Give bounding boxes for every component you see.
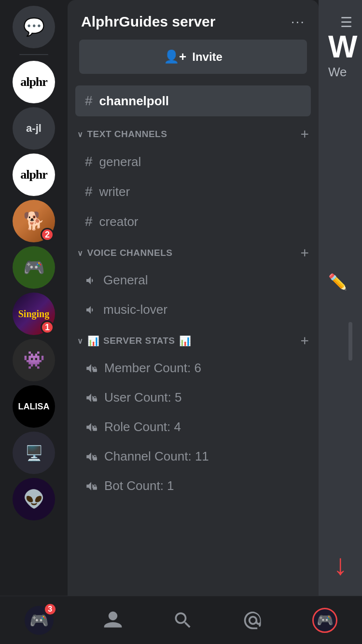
category-server-stats[interactable]: ∨ 📊 SERVER STATS 📊 + <box>68 325 319 353</box>
badge-singing: 1 <box>41 321 54 334</box>
category-text-label: ∨ TEXT CHANNELS <box>77 129 167 140</box>
speaker-icon-general <box>85 275 97 286</box>
hash-icon-writer: # <box>85 184 93 199</box>
channel-name-member-count: Member Count: 6 <box>104 361 201 376</box>
right-panel-text: We <box>328 65 357 80</box>
server-icon-dm[interactable]: 💬 <box>13 6 55 48</box>
voice-lock-icon-bot <box>85 480 97 492</box>
nav-item-home[interactable]: 🎮 3 <box>25 606 54 635</box>
channel-item-channel-count[interactable]: Channel Count: 11 <box>75 442 311 471</box>
channel-name-general: general <box>99 154 141 169</box>
server-icon-pixel[interactable]: 👾 <box>13 339 55 381</box>
server-icon-monitor[interactable]: 🖥️ <box>13 432 55 474</box>
svg-rect-0 <box>93 369 97 372</box>
channel-name-creator: creator <box>99 214 139 229</box>
server-separator <box>19 54 48 55</box>
invite-button[interactable]: 👤+ Invite <box>79 40 307 74</box>
svg-rect-1 <box>93 398 97 402</box>
voice-lock-icon-user <box>85 392 97 404</box>
chevron-down-icon: ∨ <box>77 130 84 139</box>
edit-icon[interactable]: ✏️ <box>328 273 357 291</box>
channel-name-channel-count: Channel Count: 11 <box>104 449 209 464</box>
hash-icon-active: # <box>85 93 93 109</box>
server-icon-mc[interactable]: 🎮 <box>13 246 55 289</box>
hamburger-icon[interactable]: ☰ <box>340 14 352 30</box>
server-list: 💬 alphr a-jl alphr 🐕 2 🎮 Singing 1 👾 LAL… <box>0 0 68 644</box>
server-icon-shiba[interactable]: 🐕 2 <box>13 200 55 242</box>
category-voice-channels[interactable]: ∨ VOICE CHANNELS + <box>68 237 319 265</box>
active-channel-channelpoll[interactable]: # channelpoll <box>75 85 311 116</box>
stats-emoji-left: 📊 <box>87 335 100 347</box>
invite-icon: 👤+ <box>164 49 186 64</box>
svg-rect-4 <box>93 487 97 490</box>
voice-lock-icon-member <box>85 362 97 375</box>
channel-panel: AlphrGuides server ··· 👤+ Invite # chann… <box>68 0 319 644</box>
hash-icon-general: # <box>85 154 93 169</box>
more-options-button[interactable]: ··· <box>291 14 305 29</box>
category-stats-label: ∨ 📊 SERVER STATS 📊 <box>77 335 191 347</box>
channel-item-member-count[interactable]: Member Count: 6 <box>75 354 311 382</box>
scroll-indicator <box>348 322 352 361</box>
add-stats-channel-button[interactable]: + <box>300 333 309 349</box>
chevron-down-icon-stats: ∨ <box>77 336 84 346</box>
stats-emoji-right: 📊 <box>179 335 192 347</box>
nav-item-search[interactable] <box>172 610 194 631</box>
speaker-icon-music-lover <box>85 304 97 316</box>
nav-item-profile[interactable]: 🎮 <box>312 608 337 633</box>
svg-rect-2 <box>93 428 97 431</box>
bottom-nav: 🎮 3 🎮 <box>0 596 362 644</box>
category-voice-label: ∨ VOICE CHANNELS <box>77 248 172 258</box>
category-text-channels[interactable]: ∨ TEXT CHANNELS + <box>68 118 319 146</box>
voice-lock-icon-role <box>85 421 97 434</box>
channel-name-bot-count: Bot Count: 1 <box>104 478 174 493</box>
right-panel-initial: W <box>328 29 357 65</box>
hash-icon-creator: # <box>85 214 93 229</box>
nav-badge-home: 3 <box>44 603 56 616</box>
active-channel-name: channelpoll <box>99 94 169 109</box>
svg-rect-3 <box>93 457 97 461</box>
channel-item-writer[interactable]: # writer <box>75 177 311 206</box>
channel-list: ∨ TEXT CHANNELS + # general # writer # c… <box>68 118 319 644</box>
channel-item-voice-music-lover[interactable]: music-lover <box>75 295 311 324</box>
channel-header: AlphrGuides server ··· <box>68 0 319 40</box>
nav-item-mentions[interactable] <box>242 610 264 631</box>
channel-item-general[interactable]: # general <box>75 147 311 176</box>
server-icon-ajl[interactable]: a-jl <box>13 107 55 150</box>
right-panel-content: W We ✏️ <box>328 29 357 291</box>
nav-item-friends[interactable] <box>102 610 124 631</box>
right-panel: ☰ W We ✏️ <box>319 0 362 644</box>
channel-item-bot-count[interactable]: Bot Count: 1 <box>75 472 311 500</box>
server-icon-lalisa[interactable]: LALISA <box>13 385 55 428</box>
badge-shiba: 2 <box>41 228 54 241</box>
channel-item-user-count[interactable]: User Count: 5 <box>75 383 311 412</box>
channel-name-role-count: Role Count: 4 <box>104 420 181 434</box>
add-text-channel-button[interactable]: + <box>300 126 309 142</box>
profile-avatar: 🎮 <box>312 608 337 633</box>
chevron-down-icon-voice: ∨ <box>77 249 84 258</box>
server-icon-alphr2[interactable]: alphr <box>13 154 55 196</box>
channel-name-voice-general: General <box>103 273 148 288</box>
server-name: AlphrGuides server <box>81 14 215 30</box>
server-icon-alien[interactable]: 👽 <box>13 478 55 520</box>
voice-lock-icon-channel <box>85 450 97 463</box>
channel-name-user-count: User Count: 5 <box>104 390 181 405</box>
channel-name-writer: writer <box>99 184 130 199</box>
server-icon-alphr1[interactable]: alphr <box>13 61 55 103</box>
red-arrow-indicator: ↓ <box>333 548 348 581</box>
channel-item-creator[interactable]: # creator <box>75 207 311 236</box>
channel-item-voice-general[interactable]: General <box>75 266 311 294</box>
server-icon-singing[interactable]: Singing 1 <box>13 293 55 335</box>
invite-label: Invite <box>192 50 223 64</box>
add-voice-channel-button[interactable]: + <box>300 245 309 261</box>
channel-name-voice-music-lover: music-lover <box>103 302 167 317</box>
channel-item-role-count[interactable]: Role Count: 4 <box>75 413 311 441</box>
